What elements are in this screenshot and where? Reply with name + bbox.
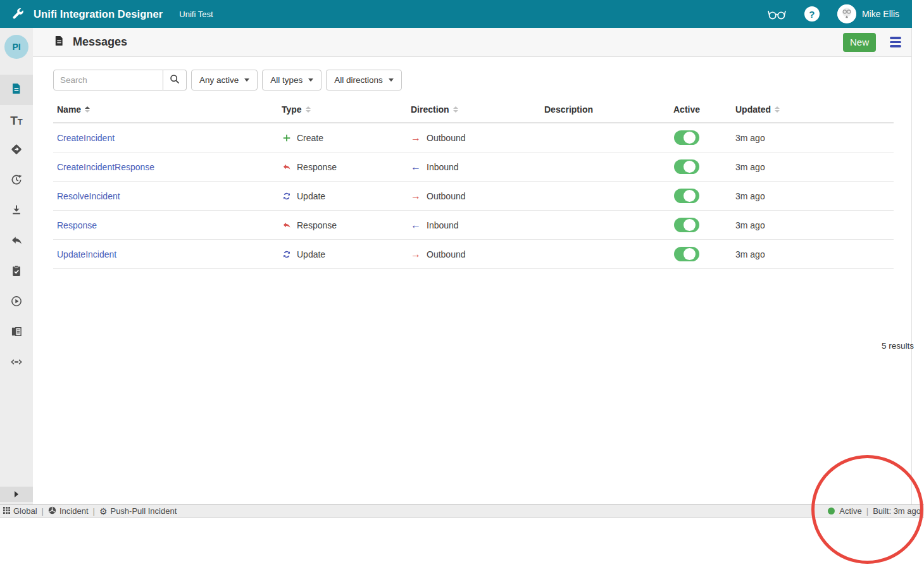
sidebar-item-documentation[interactable]: [0, 318, 33, 348]
search-button[interactable]: [163, 70, 187, 90]
active-toggle[interactable]: [674, 130, 699, 145]
updated-cell: 3m ago: [728, 162, 894, 172]
sidebar-item-responses[interactable]: [0, 227, 33, 257]
reply-icon: [282, 163, 291, 171]
new-button[interactable]: New: [843, 33, 876, 52]
updated-cell: 3m ago: [728, 191, 894, 201]
status-bar: Global | Incident | ⚙ Push-Pull Incident…: [0, 504, 924, 518]
sidebar-item-tasks[interactable]: [0, 257, 33, 287]
arrow-right-icon: →: [411, 190, 421, 201]
diamond-share-icon: [10, 143, 23, 158]
page-header: Messages New: [33, 28, 911, 57]
updated-cell: 3m ago: [728, 220, 894, 230]
messages-file-icon: [53, 35, 65, 49]
column-header-type[interactable]: Type: [282, 104, 411, 115]
grid-icon: [3, 506, 10, 516]
book-icon: [10, 325, 23, 340]
table-row: UpdateIncident Update → Outbound 3m ago: [53, 240, 894, 269]
refresh-icon: [282, 250, 291, 259]
table-row: ResolveIncident Update → Outbound 3m ago: [53, 182, 894, 211]
chevron-down-icon: [389, 78, 394, 82]
active-toggle[interactable]: [674, 159, 699, 174]
table-row: CreateIncidentResponse Response ← Inboun…: [53, 153, 894, 182]
text-format-icon: TT: [10, 115, 23, 127]
file-icon: [10, 82, 23, 97]
updated-cell: 3m ago: [728, 249, 894, 259]
type-label: Response: [297, 220, 337, 230]
gear-icon: ⚙: [99, 507, 108, 516]
refresh-icon: [282, 192, 291, 201]
table-body: CreateIncident Create → Outbound 3m ago …: [53, 123, 894, 269]
column-header-name[interactable]: Name: [53, 104, 282, 115]
direction-label: Outbound: [427, 191, 466, 201]
arrow-left-icon: ←: [411, 161, 421, 172]
user-name[interactable]: Mike Ellis: [862, 9, 899, 19]
message-name-link[interactable]: ResolveIncident: [57, 191, 120, 201]
sort-icon: [85, 106, 90, 113]
active-filter-dropdown[interactable]: Any active: [191, 70, 258, 90]
results-count: 5 results: [73, 341, 914, 351]
scope-link[interactable]: Global: [3, 506, 37, 516]
reply-icon: [10, 234, 23, 249]
glasses-icon[interactable]: [767, 8, 787, 20]
help-icon[interactable]: ?: [804, 6, 820, 22]
user-avatar[interactable]: [837, 4, 856, 23]
wrench-icon: [11, 7, 25, 21]
column-header-direction[interactable]: Direction: [411, 104, 544, 115]
direction-label: Inbound: [427, 162, 459, 172]
search-input[interactable]: [53, 70, 163, 90]
direction-label: Inbound: [427, 220, 459, 230]
application-link[interactable]: Incident: [48, 506, 89, 516]
sort-icon: [306, 106, 311, 113]
sidebar-item-pull[interactable]: [0, 196, 33, 227]
column-header-updated[interactable]: Updated: [728, 104, 894, 115]
column-header-description: Description: [544, 104, 646, 115]
process-avatar[interactable]: PI: [4, 35, 28, 59]
table-row: Response Response ← Inbound 3m ago: [53, 211, 894, 240]
sidebar-item-history[interactable]: [0, 166, 33, 196]
download-icon: [10, 204, 23, 219]
sidebar-item-run[interactable]: [0, 287, 33, 318]
type-label: Create: [297, 133, 323, 143]
message-name-link[interactable]: UpdateIncident: [57, 249, 116, 259]
process-link[interactable]: ⚙ Push-Pull Incident: [99, 506, 177, 516]
plus-icon: [282, 134, 291, 142]
active-toggle[interactable]: [674, 189, 699, 203]
sidebar-item-code[interactable]: [0, 348, 33, 378]
sidebar-item-deliver[interactable]: [0, 135, 33, 166]
type-label: Response: [297, 162, 337, 172]
sidebar: PI TT: [0, 28, 33, 504]
top-bar: Unifi Integration Designer Unifi Test ? …: [0, 0, 912, 28]
table-header-row: Name Type Direction Description Active U…: [53, 96, 894, 123]
sort-icon: [775, 106, 780, 113]
active-toggle[interactable]: [674, 247, 699, 261]
status-label: Active: [839, 506, 861, 516]
messages-table: Name Type Direction Description Active U…: [53, 96, 894, 351]
updated-cell: 3m ago: [728, 133, 894, 143]
direction-label: Outbound: [427, 249, 466, 259]
column-header-active: Active: [646, 104, 728, 115]
chevron-right-icon: [15, 491, 18, 497]
sidebar-item-fields[interactable]: TT: [0, 105, 33, 135]
table-row: CreateIncident Create → Outbound 3m ago: [53, 123, 894, 153]
built-label: Built: 3m ago: [873, 506, 921, 516]
sidebar-collapse-button[interactable]: [0, 487, 33, 502]
types-filter-dropdown[interactable]: All types: [262, 70, 322, 90]
history-clock-icon: [10, 173, 23, 189]
incident-wheel-icon: [48, 506, 56, 516]
message-name-link[interactable]: CreateIncidentResponse: [57, 162, 154, 172]
menu-icon[interactable]: [890, 37, 901, 47]
arrow-right-icon: →: [411, 132, 421, 143]
clipboard-check-icon: [10, 265, 23, 280]
reply-icon: [282, 221, 291, 230]
type-label: Update: [297, 249, 325, 259]
active-toggle[interactable]: [674, 218, 699, 232]
sidebar-item-messages[interactable]: [0, 75, 33, 105]
message-name-link[interactable]: Response: [57, 220, 97, 230]
arrow-right-icon: →: [411, 249, 421, 259]
code-icon: [10, 356, 23, 371]
directions-filter-dropdown[interactable]: All directions: [326, 70, 402, 90]
message-name-link[interactable]: CreateIncident: [57, 133, 115, 143]
environment-name[interactable]: Unifi Test: [179, 9, 213, 19]
search-icon: [170, 74, 180, 86]
